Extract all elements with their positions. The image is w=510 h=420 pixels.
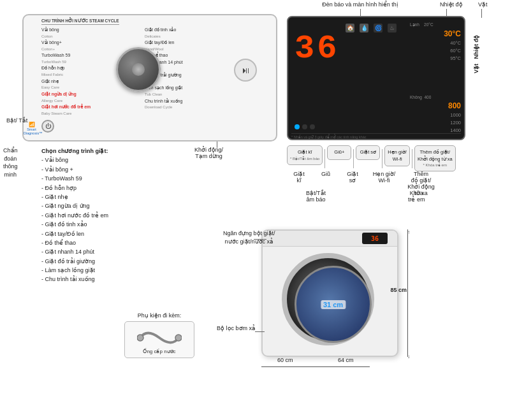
program-knob[interactable] (116, 47, 161, 92)
control-panel: CHU TRÌNH HỞI NƯỚC STEAM CYCLE Vải bông … (22, 14, 277, 141)
smart-diagnosis-logo: 📶 SmartDiagnosis™ (24, 122, 40, 135)
giat-so-label: Giặt sơ (360, 149, 376, 155)
accessory-box: Ống cấp nước (124, 321, 194, 358)
label-chan-doan: Chẩnđoánthôngminh (3, 147, 18, 178)
them-do-sub: * Khóa trẻ em (418, 163, 453, 168)
opt-del: Delicates (145, 34, 183, 40)
label-nhiet-do-top: Nhiệt độ (440, 1, 463, 8)
temp-40-value: 40°C (450, 40, 461, 46)
temp-95: 95°C (410, 54, 461, 62)
prog-detail-3: - TurboWash 59 (41, 174, 108, 183)
temp-95-value: 95°C (450, 55, 461, 61)
pipe-visual (128, 325, 191, 347)
mini-display-number: 36 (371, 235, 379, 242)
prog-detail-2: - Vải bông + (41, 165, 108, 174)
washer-top-panel: 36 (263, 231, 397, 247)
spin-800-value: 800 (448, 101, 461, 110)
spin-1000: 1000 (410, 111, 461, 119)
them-do-label: Thêm đồ giặt/Khởi động từ xa (418, 149, 453, 162)
giat-ki-button[interactable]: Giặt kĩ * Bật/Tắt âm báo (287, 145, 323, 165)
prog-easy: Easy Care (41, 85, 91, 91)
giat-ki-label: Giặt kĩ (298, 149, 312, 155)
mini-display: 36 (362, 233, 388, 244)
opt-tinhxao: Giặt đồ tinh xảo (145, 27, 183, 34)
temp-40: 40°C (410, 39, 461, 47)
main-display-panel: 36 🏠 💧 🌀 ♨ Lạnh 20°C 30°C 40°C 60°C (287, 16, 465, 140)
knob-center (132, 63, 145, 76)
prog-detail-6: - Giặt ngừa dị ứng (41, 201, 108, 210)
prog-detail-10: - Đồ thể thao (41, 238, 108, 247)
label-nhiet-do-vertical: Nhiệt độ (473, 35, 479, 59)
temp-header-label: Lạnh 20°C (410, 22, 461, 27)
smart-label: SmartDiagnosis™ (24, 127, 40, 135)
label-khoi-dong: Khởi động/Tạm dừng (194, 147, 223, 159)
prog-turbo-en: TurboWash 59 (41, 59, 91, 65)
prog-cotton: Cotton (41, 34, 91, 40)
display-note: * Nhấn và giữ 3 giây để mở các tính năng… (291, 133, 461, 139)
label-vat-top: Vặt (478, 1, 488, 8)
icon-rinse: 💧 (360, 24, 368, 33)
play-pause-button[interactable]: ⏯ (234, 59, 257, 82)
power-area: ⏻ (41, 120, 54, 133)
giat-so-button[interactable]: Giặt sơ (356, 145, 380, 160)
btn-sep-1 (324, 149, 325, 168)
hen-gio-label: Hẹn giờ/Wi-fi (388, 149, 407, 162)
dim-arrow-bottom: ↓ (407, 354, 410, 359)
wifi-dot-2 (302, 124, 307, 129)
opt-tay-len: Giặt tay/Đồ len (145, 40, 183, 47)
svg-point-0 (137, 335, 143, 341)
prog-vbong: Vải bông (41, 27, 91, 34)
temperature-area: Lạnh 20°C 30°C 40°C 60°C 95°C (410, 22, 461, 62)
label-chon-chuong-trinh: Chọn chương trình giặt: - Vải bông - Vải… (41, 147, 108, 284)
chuong-trinh-title: Chọn chương trình giặt: (41, 147, 108, 156)
dim-60cm: 60 cm (277, 357, 293, 363)
prog-turbo: TurboWash 59 (41, 52, 91, 59)
dim-line-height (407, 229, 408, 357)
dim-64cm: 64 cm (338, 357, 354, 363)
svg-point-1 (175, 335, 182, 341)
label-hen-gio-bottom: Hẹn giờ/Wi-fi (370, 171, 398, 196)
accessory-title: Phụ kiện đi kèm: (124, 312, 194, 319)
prog-honhop: Đồ hỗn hợp (41, 65, 91, 72)
display-number: 36 (295, 30, 339, 68)
washer-body: 36 31 cm (261, 229, 398, 357)
play-pause-icon: ⏯ (241, 65, 250, 75)
btn-sep-3 (382, 149, 382, 168)
giu-plus-button[interactable]: Giũ+ (327, 145, 351, 160)
prog-detail-11: - Giặt nhanh 14 phút (41, 247, 108, 256)
power-button[interactable]: ⏻ (41, 120, 54, 133)
prog-nhe: Giặt nhẹ (41, 78, 91, 85)
spin-800: 800 (410, 100, 461, 111)
prog-mixed: Mixed Fabric (41, 72, 91, 78)
temp-30: 30°C (410, 28, 461, 39)
prog-cotton-plus: Cotton+ (41, 47, 91, 52)
hen-gio-button[interactable]: Hẹn giờ/Wi-fi (384, 145, 410, 166)
opt-tubclean: Tub Clean (145, 92, 183, 98)
opt-download: Download Cycle (145, 105, 183, 110)
dim-line-width (261, 366, 319, 367)
temp-60: 60°C (410, 47, 461, 54)
washer-illustration: 36 31 cm ↑ 85 cm ↓ (255, 217, 408, 363)
display-icons-row: 🏠 💧 🌀 ♨ (346, 24, 397, 33)
dim-85cm: 85 cm (390, 287, 407, 293)
steam-cycle-label: CHU TRÌNH HỞI NƯỚC STEAM CYCLE (41, 18, 119, 25)
prog-detail-8: - Giặt đồ tinh xảo (41, 220, 108, 229)
prog-detail-9: - Giặt tay/Đồ len (41, 229, 108, 238)
arrow-bo-loc (255, 331, 265, 332)
them-do-button[interactable]: Thêm đồ giặt/Khởi động từ xa * Khóa trẻ … (414, 145, 456, 171)
pipe-svg (137, 325, 182, 347)
btn-sep-2 (353, 149, 354, 168)
opt-taixuong: Chu trình tải xuống (145, 98, 183, 105)
prog-detail-13: - Làm sạch lồng giặt (41, 266, 108, 275)
icon-steam: ♨ (388, 24, 397, 33)
spin-1400-value: 1400 (450, 127, 461, 133)
door-dimension-label: 31 cm (321, 300, 346, 309)
washer-door: 31 cm (282, 253, 374, 345)
label-bo-loc: Bộ lọc bơm xả (217, 325, 256, 331)
prog-vbong-plus: Vải bông+ (41, 40, 91, 47)
icon-wash: 🏠 (346, 24, 354, 33)
prog-diung: Giặt ngừa dị ứng (41, 91, 91, 98)
spin-1200-value: 1200 (450, 120, 461, 126)
icon-spin: 🌀 (374, 24, 382, 33)
program-list: Vải bông Cotton Vải bông+ Cotton+ TurboW… (41, 27, 91, 117)
